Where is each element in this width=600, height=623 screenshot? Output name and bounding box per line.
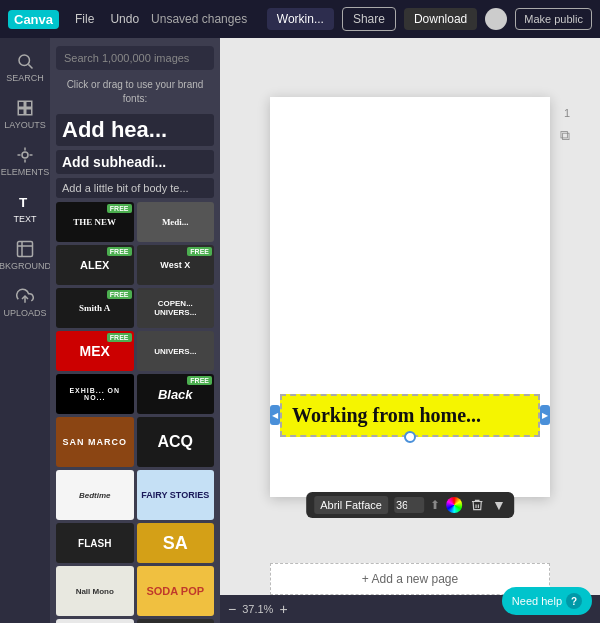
canvas-page[interactable]: ◀ ▶ Working from home...	[270, 97, 550, 497]
font-card-6[interactable]: MEX FREE	[56, 331, 134, 371]
svg-point-6	[22, 152, 28, 158]
font-card-2[interactable]: ALEX FREE	[56, 245, 134, 285]
unsaved-status: Unsaved changes	[151, 12, 247, 26]
sidebar-layouts-label: LAYOUTS	[4, 120, 45, 130]
add-subheading-item[interactable]: Add subheadi...	[56, 150, 214, 174]
selection-handle-left[interactable]: ◀	[270, 405, 280, 425]
svg-rect-4	[18, 109, 24, 115]
add-subheading-text: Add subheadi...	[62, 154, 208, 170]
svg-line-1	[28, 64, 32, 68]
add-body-item[interactable]: Add a little bit of body te...	[56, 178, 214, 198]
font-card-3[interactable]: West X FREE	[137, 245, 215, 285]
font-card-5[interactable]: COPEN... UNIVERS...	[137, 288, 215, 328]
sidebar-item-background[interactable]: BKGROUND	[0, 234, 50, 277]
font-card-17[interactable]: SODA POP	[137, 566, 215, 616]
font-card-grid: THE NEW FREE Medi... ALEX FREE West X FR…	[56, 202, 214, 623]
text-toolbar: Abril Fatface ⬆ ▼	[306, 492, 514, 518]
svg-rect-3	[26, 101, 32, 107]
font-card-4[interactable]: Smith A FREE	[56, 288, 134, 328]
svg-text:T: T	[19, 195, 28, 210]
sidebar-elements-label: ELEMENTS	[1, 167, 50, 177]
main-layout: SEARCH LAYOUTS ELEMENTS T TEXT	[0, 38, 600, 623]
font-card-7[interactable]: UNIVERS...	[137, 331, 215, 371]
sidebar-item-text[interactable]: T TEXT	[0, 187, 50, 230]
sidebar-text-label: TEXT	[13, 214, 36, 224]
font-name-display[interactable]: Abril Fatface	[314, 496, 388, 514]
undo-button[interactable]: Undo	[106, 10, 143, 28]
svg-point-0	[19, 55, 30, 66]
svg-rect-5	[26, 109, 32, 115]
download-button[interactable]: Download	[404, 8, 477, 30]
zoom-in-button[interactable]: +	[279, 601, 287, 617]
add-heading-text: Add hea...	[62, 118, 208, 142]
font-card-8[interactable]: EXHIB... ON NO...	[56, 374, 134, 414]
page-number: 1	[564, 107, 570, 119]
sidebar-background-label: BKGROUND	[0, 261, 51, 271]
brand-fonts-hint: Click or drag to use your brand fonts:	[56, 78, 214, 106]
font-size-stepper[interactable]: ⬆	[430, 498, 440, 512]
sidebar-icons: SEARCH LAYOUTS ELEMENTS T TEXT	[0, 38, 50, 623]
text-panel: Click or drag to use your brand fonts: A…	[50, 38, 220, 623]
svg-rect-12	[18, 242, 33, 257]
canvas-wrapper: ◀ ▶ Working from home... 1 ⧉	[220, 38, 600, 555]
need-help-label: Need help	[512, 595, 562, 607]
duplicate-page-icon[interactable]: ⧉	[560, 127, 570, 144]
document-title[interactable]: Workin...	[267, 8, 334, 30]
share-button[interactable]: Share	[342, 7, 396, 31]
zoom-out-button[interactable]: −	[228, 601, 236, 617]
avatar[interactable]	[485, 8, 507, 30]
canvas-page-container: ◀ ▶ Working from home... 1 ⧉	[270, 97, 550, 497]
font-card-13[interactable]: FAIRY STORIES	[137, 470, 215, 520]
svg-rect-2	[18, 101, 24, 107]
font-card-19[interactable]: Carpe Diem	[137, 619, 215, 623]
file-menu[interactable]: File	[71, 10, 98, 28]
canva-logo: Canva	[8, 10, 59, 29]
selection-handle-right[interactable]: ▶	[540, 405, 550, 425]
sidebar-search-label: SEARCH	[6, 73, 44, 83]
font-card-1[interactable]: Medi...	[137, 202, 215, 242]
font-card-0[interactable]: THE NEW FREE	[56, 202, 134, 242]
color-picker-button[interactable]	[446, 497, 462, 513]
sidebar-item-elements[interactable]: ELEMENTS	[0, 140, 50, 183]
sidebar-uploads-label: UPLOADS	[4, 308, 47, 318]
make-public-button[interactable]: Make public	[515, 8, 592, 30]
font-card-11[interactable]: ACQ	[137, 417, 215, 467]
font-card-10[interactable]: SAN MARCO	[56, 417, 134, 467]
canvas-text-content: Working from home...	[292, 404, 528, 427]
font-card-16[interactable]: Nall Mono	[56, 566, 134, 616]
need-help-button[interactable]: Need help ?	[502, 587, 592, 615]
font-card-9[interactable]: Black FREE	[137, 374, 215, 414]
sidebar-item-search[interactable]: SEARCH	[0, 46, 50, 89]
font-card-14[interactable]: FLASH	[56, 523, 134, 563]
add-body-text: Add a little bit of body te...	[62, 182, 208, 194]
sidebar-item-layouts[interactable]: LAYOUTS	[0, 93, 50, 136]
top-bar: Canva File Undo Unsaved changes Workin..…	[0, 0, 600, 38]
add-heading-item[interactable]: Add hea...	[56, 114, 214, 146]
sidebar-item-uploads[interactable]: UPLOADS	[0, 281, 50, 324]
font-size-input[interactable]	[394, 497, 424, 513]
text-element[interactable]: ◀ ▶ Working from home...	[280, 394, 540, 437]
zoom-level-display: 37.1%	[242, 603, 273, 615]
zoom-controls: − 37.1% +	[228, 601, 288, 617]
resize-handle[interactable]	[404, 431, 416, 443]
font-card-12[interactable]: Bedtime	[56, 470, 134, 520]
text-more-options[interactable]: ▼	[492, 497, 506, 513]
font-card-18[interactable]: NYC MANHATTAN	[56, 619, 134, 623]
canvas-area: ◀ ▶ Working from home... 1 ⧉ Abril Fatfa…	[220, 38, 600, 623]
question-circle-icon: ?	[566, 593, 582, 609]
delete-text-button[interactable]	[468, 496, 486, 514]
font-card-15[interactable]: SA	[137, 523, 215, 563]
font-search-input[interactable]	[56, 46, 214, 70]
